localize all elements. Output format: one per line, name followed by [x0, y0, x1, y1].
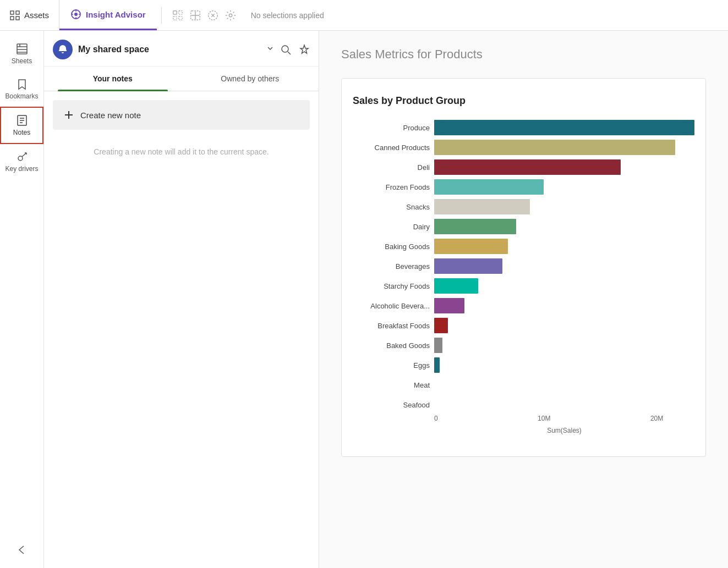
- create-note-label: Create new note: [80, 111, 141, 120]
- bar-row: Canned Products: [353, 140, 694, 155]
- tab-your-notes[interactable]: Your notes: [44, 67, 182, 91]
- bar-track: [434, 199, 694, 214]
- bar-fill: [434, 239, 508, 254]
- sheets-label: Sheets: [12, 57, 32, 65]
- bar-label: Canned Products: [353, 144, 430, 152]
- svg-rect-2: [10, 16, 14, 20]
- tab-owned-by-others[interactable]: Owned by others: [182, 67, 319, 91]
- svg-rect-1: [16, 11, 19, 14]
- dropdown-icon[interactable]: [266, 44, 275, 55]
- bar-label: Breakfast Foods: [353, 322, 430, 330]
- pin-icon[interactable]: [299, 44, 310, 55]
- search-icon[interactable]: [280, 44, 291, 55]
- bar-row: Alcoholic Bevera...: [353, 298, 694, 313]
- axis-tick: 20M: [650, 415, 663, 422]
- main-content: Sheets Bookmarks Notes Key dr: [0, 31, 728, 568]
- bar-label: Eggs: [353, 361, 430, 370]
- bar-fill: [434, 278, 478, 294]
- bar-row: Baking Goods: [353, 239, 694, 254]
- bar-row: Seafood: [353, 397, 694, 412]
- sheets-icon: [16, 43, 28, 55]
- bar-fill: [434, 199, 530, 214]
- bar-fill: [434, 258, 502, 274]
- chart-subtitle: Sales by Product Group: [353, 95, 694, 107]
- bar-label: Dairy: [353, 223, 430, 231]
- svg-point-26: [18, 156, 23, 161]
- insight-icon: [70, 9, 81, 20]
- selection-icon-2[interactable]: [189, 9, 201, 21]
- axis-tick: 0: [434, 415, 438, 422]
- chart-panel: Sales Metrics for Products Sales by Prod…: [319, 31, 728, 568]
- svg-rect-10: [173, 10, 176, 14]
- bar-row: Deli: [353, 159, 694, 175]
- bar-track: [434, 258, 694, 274]
- bell-icon: [57, 44, 68, 55]
- bar-track: [434, 219, 694, 234]
- bar-track: [434, 159, 694, 175]
- grid-icon: [10, 10, 20, 20]
- notes-icon: [16, 114, 28, 126]
- axis-tick: 10M: [538, 415, 550, 422]
- bar-label: Frozen Foods: [353, 183, 430, 191]
- page-title: Sales Metrics for Products: [341, 47, 706, 62]
- axis-ticks: 010M20M30M: [434, 415, 728, 422]
- bar-row: Produce: [353, 120, 694, 135]
- axis-label: Sum(Sales): [434, 427, 694, 434]
- bar-fill: [434, 318, 448, 333]
- bar-label: Baked Goods: [353, 341, 430, 350]
- bar-fill: [434, 298, 464, 313]
- selection-icon-3[interactable]: [207, 9, 219, 21]
- bar-row: Meat: [353, 377, 694, 393]
- bar-label: Produce: [353, 124, 430, 132]
- svg-point-30: [282, 46, 288, 52]
- svg-line-27: [22, 153, 26, 157]
- notes-panel: My shared space Your notes: [44, 31, 319, 568]
- svg-point-5: [74, 13, 78, 16]
- bar-track: [434, 318, 694, 333]
- bar-row: Baked Goods: [353, 338, 694, 353]
- bar-fill: [434, 219, 516, 234]
- svg-rect-12: [173, 16, 176, 19]
- sidebar-item-sheets[interactable]: Sheets: [0, 36, 43, 71]
- settings-icon[interactable]: [225, 9, 237, 21]
- header-actions: [280, 44, 310, 55]
- sidebar-item-key-drivers[interactable]: Key drivers: [0, 144, 43, 179]
- bar-track: [434, 357, 694, 373]
- tab-owned-by-others-label: Owned by others: [221, 74, 279, 83]
- bar-track: [434, 278, 694, 294]
- svg-rect-3: [16, 16, 19, 20]
- svg-line-31: [288, 52, 291, 54]
- bar-fill: [434, 140, 675, 155]
- bar-label: Meat: [353, 381, 430, 389]
- bar-track: [434, 179, 694, 195]
- bar-track: [434, 239, 694, 254]
- assets-label: Assets: [24, 10, 49, 20]
- notes-tabs: Your notes Owned by others: [44, 67, 319, 91]
- topbar-icon-group: [166, 9, 242, 21]
- notes-panel-header: My shared space: [44, 31, 319, 67]
- bookmarks-label: Bookmarks: [5, 92, 38, 100]
- space-icon: [53, 40, 73, 59]
- insight-advisor-tab[interactable]: Insight Advisor: [59, 0, 157, 30]
- bar-track: [434, 140, 694, 155]
- no-selection-label: No selections applied: [242, 11, 333, 20]
- notes-label: Notes: [13, 129, 30, 136]
- assets-button[interactable]: Assets: [0, 0, 59, 30]
- bar-track: [434, 298, 694, 313]
- sidebar-item-notes[interactable]: Notes: [0, 107, 43, 144]
- bar-fill: [434, 179, 544, 195]
- create-note-button[interactable]: Create new note: [53, 100, 310, 130]
- insight-label: Insight Advisor: [86, 10, 146, 19]
- key-drivers-label: Key drivers: [5, 165, 38, 173]
- selection-icon-1[interactable]: [172, 9, 184, 21]
- sidebar-item-bookmarks[interactable]: Bookmarks: [0, 71, 43, 107]
- bar-fill: [434, 120, 694, 135]
- key-drivers-icon: [16, 151, 28, 163]
- bar-track: [434, 338, 694, 353]
- topbar: Assets Insight Advisor No selections app…: [0, 0, 728, 31]
- bar-row: Starchy Foods: [353, 278, 694, 294]
- bar-label: Baking Goods: [353, 242, 430, 251]
- collapse-button[interactable]: [0, 537, 43, 563]
- bar-track: [434, 377, 694, 393]
- tab-your-notes-label: Your notes: [93, 74, 133, 83]
